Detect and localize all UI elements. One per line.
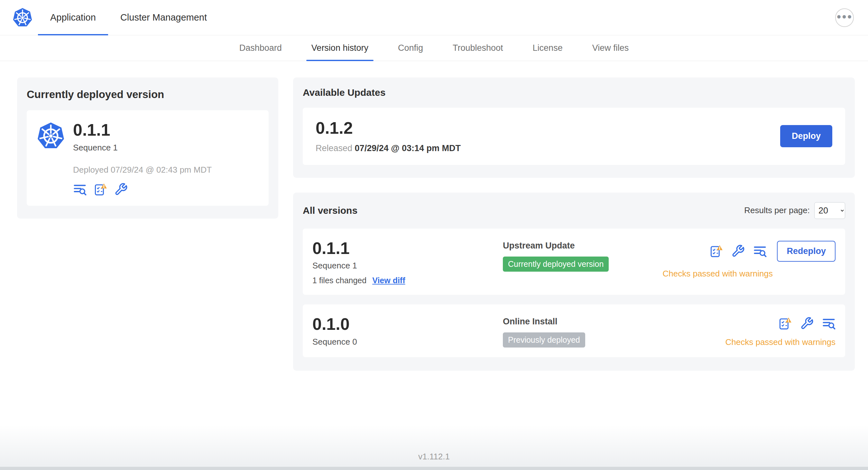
logs-icon[interactable] bbox=[753, 244, 767, 258]
source-label: Online Install bbox=[503, 317, 725, 327]
tab-view-files[interactable]: View files bbox=[578, 35, 644, 61]
redeploy-button[interactable]: Redeploy bbox=[777, 241, 836, 262]
main-content: Currently deployed version bbox=[0, 61, 868, 371]
app-version-label: v1.112.1 bbox=[418, 452, 450, 462]
row-version-number: 0.1.1 bbox=[312, 239, 503, 257]
checks-status: Checks passed with warnings bbox=[663, 269, 773, 279]
action-icons bbox=[778, 317, 836, 330]
status-badge: Currently deployed version bbox=[503, 257, 609, 272]
ellipsis-icon: ●●● bbox=[836, 12, 852, 20]
version-row-info: 0.1.0 Sequence 0 bbox=[312, 315, 503, 347]
row-version-number: 0.1.0 bbox=[312, 315, 503, 333]
update-released-line: Released 07/29/24 @ 03:14 pm MDT bbox=[316, 143, 461, 153]
released-label: Released bbox=[316, 143, 352, 153]
app-footer: v1.112.1 bbox=[0, 425, 868, 470]
deployed-version-number: 0.1.1 bbox=[73, 121, 212, 139]
deploy-button[interactable]: Deploy bbox=[780, 125, 832, 147]
tab-config[interactable]: Config bbox=[383, 35, 438, 61]
view-diff-link[interactable]: View diff bbox=[372, 276, 405, 285]
logs-icon[interactable] bbox=[822, 317, 836, 330]
checks-status: Checks passed with warnings bbox=[725, 337, 836, 347]
preflight-checks-icon[interactable] bbox=[709, 244, 723, 258]
version-row-info: 0.1.1 Sequence 1 1 files changed View di… bbox=[312, 239, 503, 286]
version-row-actions: Checks passed with warnings bbox=[725, 315, 836, 347]
results-per-page: Results per page: 20 bbox=[744, 202, 845, 219]
tab-dashboard[interactable]: Dashboard bbox=[224, 35, 297, 61]
tab-cluster-management[interactable]: Cluster Management bbox=[108, 0, 219, 35]
results-per-page-select[interactable]: 20 bbox=[814, 202, 845, 219]
available-updates-title: Available Updates bbox=[303, 87, 845, 98]
tab-version-history[interactable]: Version history bbox=[297, 35, 383, 61]
topnav-right: ●●● bbox=[835, 0, 868, 35]
currently-deployed-card: Currently deployed version bbox=[17, 77, 278, 219]
row-sequence: Sequence 1 bbox=[312, 261, 503, 271]
tab-license[interactable]: License bbox=[518, 35, 578, 61]
all-versions-card: All versions Results per page: 20 0.1.1 … bbox=[293, 193, 855, 371]
currently-deployed-title: Currently deployed version bbox=[27, 89, 269, 101]
version-row-source: Upstream Update Currently deployed versi… bbox=[503, 239, 663, 272]
update-version-number: 0.1.2 bbox=[316, 119, 461, 137]
bottom-scrollbar[interactable] bbox=[0, 467, 868, 470]
tab-troubleshoot[interactable]: Troubleshoot bbox=[438, 35, 518, 61]
deployed-version-info: 0.1.1 Sequence 1 Deployed 07/29/24 @ 02:… bbox=[73, 121, 212, 196]
logs-icon[interactable] bbox=[73, 182, 87, 196]
deployed-sequence: Sequence 1 bbox=[73, 143, 212, 153]
action-icons: Redeploy bbox=[709, 241, 836, 262]
version-row-actions: Redeploy Checks passed with warnings bbox=[663, 239, 836, 279]
all-versions-title: All versions bbox=[303, 205, 358, 216]
version-row: 0.1.0 Sequence 0 Online Install Previous… bbox=[303, 304, 845, 357]
available-updates-card: Available Updates 0.1.2 Released 07/29/2… bbox=[293, 77, 855, 178]
tab-application[interactable]: Application bbox=[38, 0, 108, 35]
files-changed-line: 1 files changed View diff bbox=[312, 276, 503, 285]
files-changed-label: 1 files changed bbox=[312, 276, 366, 285]
results-per-page-label: Results per page: bbox=[744, 205, 810, 215]
config-icon[interactable] bbox=[114, 182, 128, 196]
version-row: 0.1.1 Sequence 1 1 files changed View di… bbox=[303, 229, 845, 295]
kubernetes-app-icon bbox=[37, 123, 65, 149]
row-sequence: Sequence 0 bbox=[312, 337, 503, 347]
preflight-checks-icon[interactable] bbox=[94, 182, 107, 196]
top-navbar: Application Cluster Management ●●● bbox=[0, 0, 868, 35]
all-versions-header: All versions Results per page: 20 bbox=[303, 202, 845, 219]
deployed-version-card: 0.1.1 Sequence 1 Deployed 07/29/24 @ 02:… bbox=[27, 110, 269, 206]
source-label: Upstream Update bbox=[503, 241, 663, 251]
released-date: 07/29/24 @ 03:14 pm MDT bbox=[355, 143, 461, 153]
update-info: 0.1.2 Released 07/29/24 @ 03:14 pm MDT bbox=[316, 119, 461, 153]
more-menu-button[interactable]: ●●● bbox=[835, 8, 854, 27]
status-badge: Previously deployed bbox=[503, 332, 585, 347]
deployed-icon-row bbox=[73, 182, 212, 196]
kubernetes-logo bbox=[7, 0, 38, 35]
config-icon[interactable] bbox=[731, 244, 745, 258]
version-row-source: Online Install Previously deployed bbox=[503, 315, 725, 347]
app-subnav: Dashboard Version history Config Trouble… bbox=[0, 35, 868, 61]
config-icon[interactable] bbox=[800, 317, 814, 330]
update-row: 0.1.2 Released 07/29/24 @ 03:14 pm MDT D… bbox=[303, 108, 845, 165]
preflight-checks-icon[interactable] bbox=[778, 317, 792, 330]
deployed-timestamp: Deployed 07/29/24 @ 02:43 pm MDT bbox=[73, 165, 212, 175]
right-column: Available Updates 0.1.2 Released 07/29/2… bbox=[293, 77, 855, 371]
